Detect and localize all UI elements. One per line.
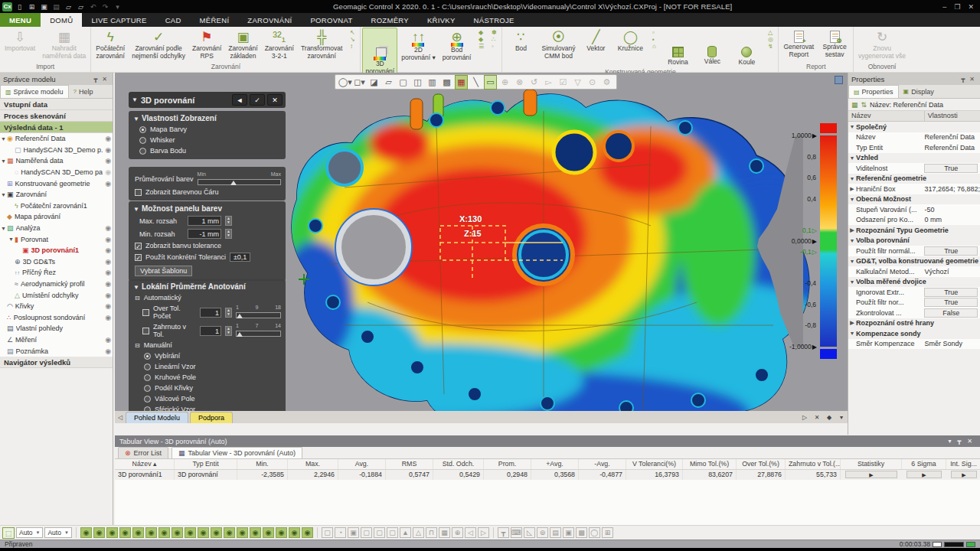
display-option-icon[interactable]: ▢: [322, 527, 333, 538]
property-row[interactable]: Viditelnost True: [848, 163, 980, 174]
viewport-tool-icon[interactable]: ⚙: [600, 76, 613, 89]
close-icon[interactable]: ✕: [967, 76, 977, 83]
count-input[interactable]: 1: [200, 308, 221, 318]
visibility-eye-icon[interactable]: ◉: [103, 258, 111, 266]
viewport-tool-icon[interactable]: ◫: [411, 76, 424, 89]
expand-arrow-icon[interactable]: ▼: [848, 238, 856, 243]
ribbon-button[interactable]: + Generovat Report: [780, 28, 817, 62]
spinner-icon[interactable]: ▲▼: [225, 308, 232, 318]
viewport-tool-icon[interactable]: ▢: [397, 76, 410, 89]
table-header-cell[interactable]: Avg.: [338, 459, 386, 469]
quick-access-icon[interactable]: ↶: [88, 2, 98, 11]
property-row[interactable]: ▼ Referenční geometrie: [848, 174, 980, 184]
tree-item[interactable]: ▼ ◉ Referenční Data ◉: [0, 133, 113, 145]
visibility-toggle-icon[interactable]: ◉: [158, 527, 170, 538]
view-mode-icon[interactable]: ⬚: [2, 527, 15, 539]
table-header-cell[interactable]: Typ Entit: [175, 459, 237, 469]
tree-item[interactable]: ▼ ▮ Porovnat ◉: [0, 233, 113, 245]
measure-tool-icon[interactable]: ◺: [524, 527, 535, 538]
radio-option[interactable]: Mapa Barvy: [139, 126, 281, 133]
expand-arrow-icon[interactable]: ▼: [848, 176, 856, 181]
visibility-eye-icon[interactable]: ◉: [103, 280, 111, 288]
expand-arrow-icon[interactable]: ▶: [848, 227, 856, 233]
property-row[interactable]: Směr Kompenzace Směr Sondy: [848, 339, 980, 350]
property-row[interactable]: ▼ Kompenzace sondy: [848, 328, 980, 339]
menu-caret-icon[interactable]: ▾: [945, 438, 954, 445]
ribbon-button[interactable]: ↖ ↘ ↕: [346, 28, 358, 62]
quick-access-icon[interactable]: ⊞: [27, 2, 37, 11]
checkbox-icon[interactable]: ✓: [135, 254, 142, 261]
measure-tool-icon[interactable]: ▤: [550, 527, 561, 538]
display-option-icon[interactable]: ◁: [465, 527, 476, 538]
checkbox-icon[interactable]: [135, 189, 142, 196]
max-range-input[interactable]: 1 mm: [188, 216, 221, 226]
visibility-toggle-icon[interactable]: ◉: [289, 527, 300, 538]
expand-arrow-icon[interactable]: ▼: [0, 192, 7, 197]
visibility-toggle-icon[interactable]: ◉: [302, 527, 313, 538]
expand-arrow-icon[interactable]: ▼: [8, 236, 15, 242]
measure-tool-icon[interactable]: ┳: [498, 527, 509, 538]
display-option-icon[interactable]: ▢: [387, 527, 398, 538]
expand-arrow-icon[interactable]: ▼: [848, 279, 856, 285]
checkbox-icon[interactable]: [142, 328, 149, 334]
viewport-nav-icon[interactable]: [835, 76, 843, 84]
visibility-toggle-icon[interactable]: ◉: [106, 527, 118, 538]
property-row[interactable]: ▼ GD&T, volba konstruované geometrie: [848, 256, 980, 267]
measure-tool-icon[interactable]: ⊚: [537, 527, 548, 538]
visibility-eye-icon[interactable]: ◉: [103, 246, 111, 254]
panel-tab[interactable]: ? Help: [69, 85, 98, 98]
ribbon-button[interactable]: ϟ Počáteční zarovnání: [93, 28, 128, 62]
visibility-eye-icon[interactable]: ◉: [103, 180, 111, 187]
tab-model-view[interactable]: Pohled Modelu: [126, 412, 188, 423]
count-input[interactable]: 1: [200, 326, 221, 336]
property-row[interactable]: ▼ Vzhled: [848, 153, 980, 164]
tab-menu-icon[interactable]: ▾: [835, 412, 848, 423]
visibility-eye-icon[interactable]: ◉: [103, 224, 111, 232]
bottom-panel-tab[interactable]: ▦ Tabular View - 3D porovnání (Auto): [172, 447, 302, 458]
ribbon-tab[interactable]: CAD: [156, 13, 191, 27]
table-header-cell[interactable]: Název ▴: [115, 459, 175, 469]
ribbon-button[interactable]: ◯ Kružnice: [613, 28, 647, 67]
dialog-close-button[interactable]: ✕: [267, 94, 283, 106]
tree-item[interactable]: ∠ Měření ◉: [0, 334, 113, 346]
table-data-row[interactable]: 3D porovnání13D porovnání-2,35852,2946-0…: [115, 470, 980, 480]
expand-arrow-icon[interactable]: ▼: [848, 197, 856, 202]
ribbon-button[interactable]: ³²₁ Zarovnání 3-2-1: [262, 28, 297, 62]
property-row[interactable]: Použít filtr nor... True: [848, 298, 980, 308]
display-option-icon[interactable]: ▢: [361, 527, 372, 538]
tree-item[interactable]: △ Umístění odchylky ◉: [0, 289, 113, 301]
tree-item[interactable]: ∴ Posloupnost sondování ◉: [0, 312, 113, 324]
ribbon-button[interactable]: ↑↑ 2D porovnání ▾: [398, 28, 438, 76]
display-option-icon[interactable]: △: [413, 527, 424, 538]
property-row[interactable]: ▶ Hraniční Box 317,2654; 76,882; 260...: [848, 184, 980, 194]
property-row[interactable]: ▼ Volba měřené dvojice: [848, 277, 980, 288]
ribbon-button[interactable]: ✓ Zarovnání podle nejmenší odchylky: [129, 28, 188, 62]
ribbon-button[interactable]: ╱ Vektor: [579, 28, 612, 67]
bottom-panel-tab[interactable]: ⊗ Error List: [118, 447, 168, 458]
display-option-icon[interactable]: ▷: [478, 527, 489, 538]
ribbon-button[interactable]: ⚑ Zarovnání RPS: [189, 28, 224, 62]
viewport-tool-icon[interactable]: ▽: [571, 76, 584, 89]
tree-item[interactable]: ◆ Mapa párování ◉: [0, 211, 113, 223]
ribbon-tab[interactable]: MĚŘENÍ: [191, 13, 239, 27]
visibility-toggle-icon[interactable]: ◉: [237, 527, 248, 538]
visibility-toggle-icon[interactable]: ◉: [80, 527, 92, 538]
expand-arrow-icon[interactable]: ▼: [0, 158, 7, 164]
radio-option[interactable]: Barva Bodu: [139, 147, 281, 155]
table-header-cell[interactable]: V Toleranci(%): [626, 459, 683, 469]
quick-access-icon[interactable]: ▾: [113, 2, 122, 11]
ribbon-tab[interactable]: LIVE CAPTURE: [82, 13, 155, 27]
viewport-tool-icon[interactable]: ☑: [557, 76, 570, 89]
close-icon[interactable]: ✕: [100, 76, 109, 83]
expand-arrow-icon[interactable]: ▶: [848, 320, 856, 326]
ok-button[interactable]: ✓: [250, 94, 265, 106]
property-row[interactable]: ▼ Volba porovnání: [848, 236, 980, 246]
panel-tab[interactable]: ▥ Správce modelu: [0, 85, 69, 98]
ribbon-button[interactable]: Válec: [695, 28, 729, 67]
expand-arrow-icon[interactable]: ▼: [848, 155, 856, 161]
ribbon-button[interactable]: ✽ ∴ ◦: [488, 28, 500, 76]
display-option-icon[interactable]: ▢: [374, 527, 385, 538]
measure-tool-icon[interactable]: ◯: [589, 527, 600, 538]
tree-item[interactable]: ⊞ Konstruované geometrie ◉: [0, 178, 113, 189]
viewport-tool-icon[interactable]: ⊗: [513, 76, 526, 89]
